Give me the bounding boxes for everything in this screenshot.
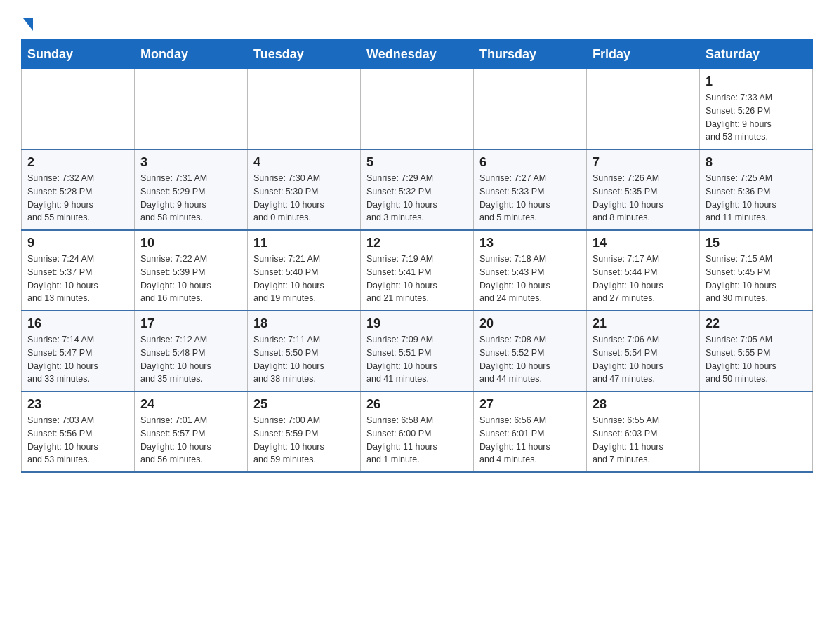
day-number: 10: [140, 236, 241, 250]
calendar-cell: 25Sunrise: 7:00 AMSunset: 5:59 PMDayligh…: [248, 391, 361, 472]
calendar-cell: 6Sunrise: 7:27 AMSunset: 5:33 PMDaylight…: [474, 149, 587, 230]
calendar-cell: 27Sunrise: 6:56 AMSunset: 6:01 PMDayligh…: [474, 391, 587, 472]
calendar-cell: 1Sunrise: 7:33 AMSunset: 5:26 PMDaylight…: [700, 69, 813, 150]
calendar-cell: 11Sunrise: 7:21 AMSunset: 5:40 PMDayligh…: [248, 230, 361, 311]
calendar-cell: 5Sunrise: 7:29 AMSunset: 5:32 PMDaylight…: [361, 149, 474, 230]
day-number: 24: [140, 397, 241, 412]
calendar-cell: [135, 69, 248, 150]
day-info: Sunrise: 7:17 AMSunset: 5:44 PMDaylight:…: [593, 253, 694, 305]
day-number: 22: [706, 316, 807, 331]
day-info: Sunrise: 7:30 AMSunset: 5:30 PMDaylight:…: [253, 172, 355, 224]
day-number: 19: [366, 316, 468, 331]
calendar-week-row: 2Sunrise: 7:32 AMSunset: 5:28 PMDaylight…: [22, 149, 813, 230]
day-number: 14: [593, 236, 694, 250]
calendar-week-row: 23Sunrise: 7:03 AMSunset: 5:56 PMDayligh…: [22, 391, 813, 472]
day-info: Sunrise: 7:24 AMSunset: 5:37 PMDaylight:…: [27, 253, 128, 305]
calendar-cell: 10Sunrise: 7:22 AMSunset: 5:39 PMDayligh…: [135, 230, 248, 311]
logo-arrow-icon: [23, 18, 33, 31]
day-info: Sunrise: 6:55 AMSunset: 6:03 PMDaylight:…: [593, 414, 694, 467]
day-info: Sunrise: 7:25 AMSunset: 5:36 PMDaylight:…: [706, 172, 807, 224]
day-info: Sunrise: 7:21 AMSunset: 5:40 PMDaylight:…: [253, 253, 355, 305]
day-number: 9: [27, 236, 128, 250]
weekday-header-thursday: Thursday: [474, 40, 587, 69]
calendar-cell: [700, 391, 813, 472]
day-info: Sunrise: 7:29 AMSunset: 5:32 PMDaylight:…: [366, 172, 468, 224]
day-info: Sunrise: 7:26 AMSunset: 5:35 PMDaylight:…: [593, 172, 694, 224]
day-info: Sunrise: 7:14 AMSunset: 5:47 PMDaylight:…: [27, 333, 128, 386]
day-number: 4: [253, 155, 355, 170]
weekday-header-row: SundayMondayTuesdayWednesdayThursdayFrid…: [22, 40, 813, 69]
day-number: 2: [27, 155, 128, 170]
day-number: 25: [253, 397, 355, 412]
day-number: 7: [593, 155, 694, 170]
calendar-cell: 26Sunrise: 6:58 AMSunset: 6:00 PMDayligh…: [361, 391, 474, 472]
day-info: Sunrise: 7:09 AMSunset: 5:51 PMDaylight:…: [366, 333, 468, 386]
calendar-cell: 21Sunrise: 7:06 AMSunset: 5:54 PMDayligh…: [587, 311, 700, 391]
calendar-cell: [587, 69, 700, 150]
day-number: 3: [140, 155, 241, 170]
weekday-header-saturday: Saturday: [700, 40, 813, 69]
day-number: 6: [479, 155, 581, 170]
day-info: Sunrise: 7:33 AMSunset: 5:26 PMDaylight:…: [706, 91, 807, 144]
calendar-cell: 17Sunrise: 7:12 AMSunset: 5:48 PMDayligh…: [135, 311, 248, 391]
day-info: Sunrise: 7:22 AMSunset: 5:39 PMDaylight:…: [140, 253, 241, 305]
day-info: Sunrise: 6:58 AMSunset: 6:00 PMDaylight:…: [366, 414, 468, 467]
calendar-cell: 7Sunrise: 7:26 AMSunset: 5:35 PMDaylight…: [587, 149, 700, 230]
calendar-cell: 23Sunrise: 7:03 AMSunset: 5:56 PMDayligh…: [22, 391, 135, 472]
day-info: Sunrise: 7:31 AMSunset: 5:29 PMDaylight:…: [140, 172, 241, 224]
day-info: Sunrise: 7:18 AMSunset: 5:43 PMDaylight:…: [479, 253, 581, 305]
day-info: Sunrise: 7:15 AMSunset: 5:45 PMDaylight:…: [706, 253, 807, 305]
day-number: 20: [479, 316, 581, 331]
calendar-cell: 19Sunrise: 7:09 AMSunset: 5:51 PMDayligh…: [361, 311, 474, 391]
day-number: 13: [479, 236, 581, 250]
calendar-cell: 22Sunrise: 7:05 AMSunset: 5:55 PMDayligh…: [700, 311, 813, 391]
calendar-cell: 8Sunrise: 7:25 AMSunset: 5:36 PMDaylight…: [700, 149, 813, 230]
day-info: Sunrise: 7:11 AMSunset: 5:50 PMDaylight:…: [253, 333, 355, 386]
weekday-header-wednesday: Wednesday: [361, 40, 474, 69]
calendar-cell: 16Sunrise: 7:14 AMSunset: 5:47 PMDayligh…: [22, 311, 135, 391]
day-info: Sunrise: 7:01 AMSunset: 5:57 PMDaylight:…: [140, 414, 241, 467]
calendar-cell: [22, 69, 135, 150]
day-number: 23: [27, 397, 128, 412]
day-number: 26: [366, 397, 468, 412]
calendar-cell: 3Sunrise: 7:31 AMSunset: 5:29 PMDaylight…: [135, 149, 248, 230]
day-info: Sunrise: 7:19 AMSunset: 5:41 PMDaylight:…: [366, 253, 468, 305]
day-number: 1: [706, 74, 807, 89]
weekday-header-sunday: Sunday: [22, 40, 135, 69]
calendar-week-row: 1Sunrise: 7:33 AMSunset: 5:26 PMDaylight…: [22, 69, 813, 150]
day-number: 27: [479, 397, 581, 412]
calendar-cell: 20Sunrise: 7:08 AMSunset: 5:52 PMDayligh…: [474, 311, 587, 391]
calendar-cell: [361, 69, 474, 150]
day-number: 15: [706, 236, 807, 250]
day-number: 8: [706, 155, 807, 170]
calendar-week-row: 16Sunrise: 7:14 AMSunset: 5:47 PMDayligh…: [22, 311, 813, 391]
weekday-header-friday: Friday: [587, 40, 700, 69]
day-number: 18: [253, 316, 355, 331]
calendar-table: SundayMondayTuesdayWednesdayThursdayFrid…: [21, 39, 813, 473]
day-info: Sunrise: 7:08 AMSunset: 5:52 PMDaylight:…: [479, 333, 581, 386]
day-number: 17: [140, 316, 241, 331]
day-info: Sunrise: 7:32 AMSunset: 5:28 PMDaylight:…: [27, 172, 128, 224]
calendar-cell: 14Sunrise: 7:17 AMSunset: 5:44 PMDayligh…: [587, 230, 700, 311]
calendar-cell: 18Sunrise: 7:11 AMSunset: 5:50 PMDayligh…: [248, 311, 361, 391]
day-info: Sunrise: 7:12 AMSunset: 5:48 PMDaylight:…: [140, 333, 241, 386]
calendar-cell: [474, 69, 587, 150]
logo: [21, 14, 33, 27]
day-number: 16: [27, 316, 128, 331]
weekday-header-monday: Monday: [135, 40, 248, 69]
calendar-cell: 15Sunrise: 7:15 AMSunset: 5:45 PMDayligh…: [700, 230, 813, 311]
calendar-cell: 2Sunrise: 7:32 AMSunset: 5:28 PMDaylight…: [22, 149, 135, 230]
day-info: Sunrise: 7:00 AMSunset: 5:59 PMDaylight:…: [253, 414, 355, 467]
calendar-cell: 9Sunrise: 7:24 AMSunset: 5:37 PMDaylight…: [22, 230, 135, 311]
day-info: Sunrise: 6:56 AMSunset: 6:01 PMDaylight:…: [479, 414, 581, 467]
day-info: Sunrise: 7:03 AMSunset: 5:56 PMDaylight:…: [27, 414, 128, 467]
day-number: 28: [593, 397, 694, 412]
calendar-cell: [248, 69, 361, 150]
calendar-cell: 12Sunrise: 7:19 AMSunset: 5:41 PMDayligh…: [361, 230, 474, 311]
day-info: Sunrise: 7:05 AMSunset: 5:55 PMDaylight:…: [706, 333, 807, 386]
day-number: 5: [366, 155, 468, 170]
day-info: Sunrise: 7:27 AMSunset: 5:33 PMDaylight:…: [479, 172, 581, 224]
day-number: 11: [253, 236, 355, 250]
calendar-cell: 28Sunrise: 6:55 AMSunset: 6:03 PMDayligh…: [587, 391, 700, 472]
day-number: 21: [593, 316, 694, 331]
